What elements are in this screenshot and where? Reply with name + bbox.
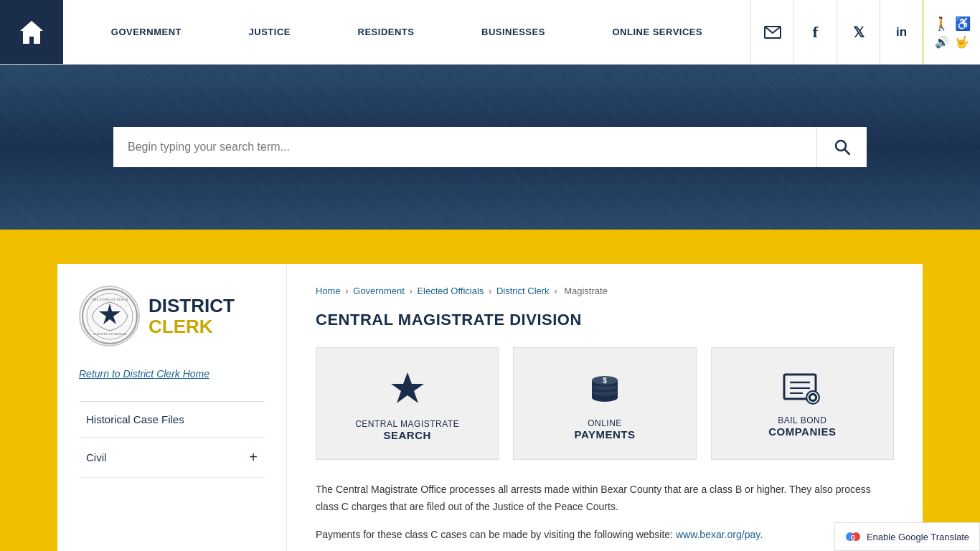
card-central-magistrate-search[interactable]: CENTRAL MAGISTRATE SEARCH [316, 347, 499, 460]
svg-marker-7 [99, 303, 121, 324]
facebook-icon[interactable]: f [793, 0, 837, 65]
cards-row: CENTRAL MAGISTRATE SEARCH [316, 347, 894, 460]
sidebar-title: DISTRICT CLERK [149, 296, 235, 336]
card-label-top: CENTRAL MAGISTRATE [355, 419, 459, 429]
card-label-top: BAIL BOND [778, 415, 826, 425]
sidebar-logo-area: THE STATE OF TEXAS COUNTY OF BEXAR DISTR… [79, 286, 265, 347]
sidebar-item-historical-case-files[interactable]: Historical Case Files [79, 402, 265, 438]
card-online-payments[interactable]: $ ONLINE PAYMENTS [513, 347, 696, 460]
star-icon [388, 369, 427, 408]
breadcrumb-current: Magistrate [564, 286, 608, 296]
nav-government[interactable]: GOVERNMENT [100, 19, 192, 44]
coins-icon: $ [586, 370, 623, 408]
svg-marker-8 [391, 372, 424, 403]
email-icon[interactable] [750, 0, 793, 65]
sidebar-district-text: DISTRICT [149, 296, 235, 316]
sidebar-item-label: Civil [86, 451, 106, 463]
site-logo[interactable] [0, 0, 63, 64]
card-label-bottom: COMPANIES [768, 425, 836, 438]
breadcrumb-sep-4: › [554, 286, 560, 296]
page-title: CENTRAL MAGISTRATE DIVISION [316, 311, 894, 329]
translate-icon: G [845, 529, 861, 545]
breadcrumb-home[interactable]: Home [316, 286, 341, 296]
return-to-district-clerk-link[interactable]: Return to District Clerk Home [79, 368, 265, 380]
search-button[interactable] [816, 127, 867, 167]
breadcrumb: Home › Government › Elected Officials › … [316, 286, 894, 296]
search-icon [834, 139, 850, 155]
card-label-top: ONLINE [588, 418, 622, 428]
seal-svg: THE STATE OF TEXAS COUNTY OF BEXAR [81, 288, 138, 345]
svg-text:G: G [850, 534, 855, 541]
main-content: Home › Government › Elected Officials › … [287, 264, 923, 551]
card-label-bottom: PAYMENTS [575, 428, 636, 441]
accessibility-person-icon[interactable]: 🚶 [933, 16, 949, 32]
social-icons: f 𝕏 in 🚶 ♿ 🔊 🤟 [750, 0, 980, 64]
card-bail-bond-companies[interactable]: BAIL BOND COMPANIES [711, 347, 894, 460]
breadcrumb-district-clerk[interactable]: District Clerk [496, 286, 550, 296]
sidebar-item-civil[interactable]: Civil + [79, 438, 265, 478]
card-label-bottom: SEARCH [383, 429, 430, 441]
svg-line-2 [844, 150, 849, 155]
svg-point-23 [811, 395, 815, 400]
svg-text:$: $ [603, 377, 607, 385]
yellow-bar [0, 230, 980, 250]
breadcrumb-government[interactable]: Government [353, 286, 405, 296]
sidebar: THE STATE OF TEXAS COUNTY OF BEXAR DISTR… [57, 264, 287, 551]
translate-button[interactable]: G Enable Google Translate [834, 522, 980, 551]
sidebar-clerk-text: CLERK [149, 316, 235, 337]
breadcrumb-elected-officials[interactable]: Elected Officials [417, 286, 484, 296]
accessibility-wheelchair-icon[interactable]: ♿ [955, 16, 971, 32]
main-wrapper: THE STATE OF TEXAS COUNTY OF BEXAR DISTR… [0, 250, 980, 551]
linkedin-icon[interactable]: in [880, 0, 923, 65]
main-card: THE STATE OF TEXAS COUNTY OF BEXAR DISTR… [57, 264, 923, 551]
accessibility-circle-icon[interactable]: 🔊 [935, 35, 949, 49]
sidebar-item-expand-icon: + [249, 449, 258, 466]
translate-label: Enable Google Translate [867, 532, 969, 542]
seal-image: THE STATE OF TEXAS COUNTY OF BEXAR [79, 286, 140, 347]
nav-businesses[interactable]: BUSINESSES [471, 19, 556, 44]
twitter-icon[interactable]: 𝕏 [837, 0, 880, 65]
svg-text:COUNTY OF BEXAR: COUNTY OF BEXAR [93, 332, 126, 336]
certificate-icon [783, 373, 821, 405]
body-text-1: The Central Magistrate Office processes … [316, 481, 894, 516]
sidebar-navigation: Historical Case Files Civil + [79, 401, 265, 478]
svg-text:THE STATE OF TEXAS: THE STATE OF TEXAS [91, 298, 128, 301]
hero-banner [0, 65, 980, 230]
main-nav: GOVERNMENT JUSTICE RESIDENTS BUSINESSES … [63, 0, 750, 64]
breadcrumb-sep-2: › [409, 286, 415, 296]
payment-link[interactable]: www.bexar.org/pay [676, 529, 760, 540]
breadcrumb-sep-3: › [489, 286, 494, 296]
accessibility-sign-icon[interactable]: 🤟 [955, 35, 969, 49]
header: GOVERNMENT JUSTICE RESIDENTS BUSINESSES … [0, 0, 980, 65]
body-text-2: Payments for these class C cases can be … [316, 527, 894, 544]
accessibility-icons: 🚶 ♿ 🔊 🤟 [923, 0, 980, 65]
nav-online-services[interactable]: ONLINE SERVICES [601, 19, 713, 44]
home-icon [17, 18, 46, 47]
search-container [113, 127, 867, 167]
search-input[interactable] [113, 127, 816, 167]
nav-justice[interactable]: JUSTICE [238, 19, 301, 44]
nav-residents[interactable]: RESIDENTS [347, 19, 425, 44]
sidebar-item-label: Historical Case Files [86, 413, 184, 425]
breadcrumb-sep-1: › [345, 286, 351, 296]
